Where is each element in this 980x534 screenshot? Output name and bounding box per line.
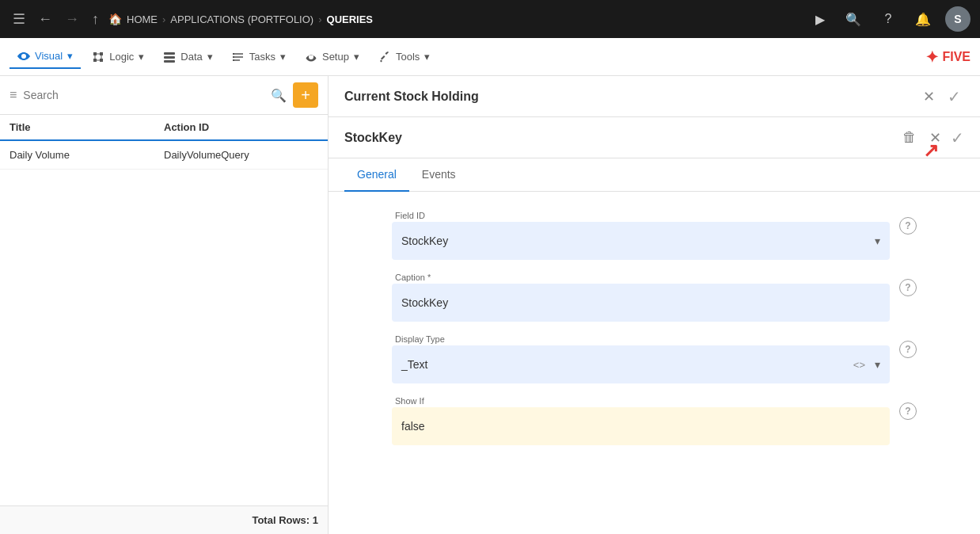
breadcrumb-applications[interactable]: APPLICATIONS (PORTFOLIO) xyxy=(170,13,313,25)
dropdown-arrow-icon[interactable]: ▾ xyxy=(875,235,880,247)
up-icon[interactable]: ↑ xyxy=(89,8,102,31)
help-nav-button[interactable]: ? xyxy=(876,6,901,32)
caption-row: Caption * StockKey ? xyxy=(392,273,917,322)
logo-star: ✦ xyxy=(925,48,939,67)
search-bar: ≡ 🔍 + xyxy=(0,76,328,115)
show-if-input[interactable]: false xyxy=(392,407,890,445)
search-input[interactable] xyxy=(23,86,264,105)
forward-icon: → xyxy=(62,8,82,31)
caption-label: Caption * xyxy=(392,273,890,282)
panel-close-button[interactable]: ✕ xyxy=(920,85,938,109)
play-button[interactable]: ▶ xyxy=(809,8,831,30)
display-type-help[interactable]: ? xyxy=(899,341,917,358)
show-if-container: Show If false xyxy=(392,396,890,445)
display-type-container: Display Type _Text <> ▾ xyxy=(392,334,890,383)
menu-icon[interactable]: ☰ xyxy=(9,7,28,31)
record-title: StockKey xyxy=(344,131,899,145)
field-id-help[interactable]: ? xyxy=(899,217,917,235)
display-type-dropdown[interactable]: <> ▾ xyxy=(853,358,880,371)
panel-header: Current Stock Holding ✕ ✓ xyxy=(329,76,980,117)
logic-dropdown[interactable]: ▾ xyxy=(139,51,144,63)
caption-input[interactable]: StockKey xyxy=(392,284,890,322)
tab-general[interactable]: General xyxy=(344,158,409,192)
show-if-field: Show If false ? xyxy=(392,396,917,445)
toolbar-tasks[interactable]: Tasks ▾ xyxy=(224,46,294,68)
toolbar-visual[interactable]: Visual ▾ xyxy=(9,45,81,69)
record-confirm-button[interactable]: ✓ xyxy=(951,128,964,147)
home-icon: 🏠 xyxy=(108,13,122,25)
eye-icon xyxy=(17,50,30,63)
display-type-input[interactable]: _Text <> ▾ xyxy=(392,345,890,383)
toolbar-tools[interactable]: Tools ▾ xyxy=(370,46,438,68)
col-action-header: Action ID xyxy=(164,121,318,133)
back-icon[interactable]: ← xyxy=(35,8,55,31)
notification-button[interactable]: 🔔 xyxy=(910,6,936,32)
left-panel: ≡ 🔍 + Title Action ID Daily Volume Daily… xyxy=(0,76,329,534)
table-row[interactable]: Daily Volume DailyVolumeQuery xyxy=(0,141,328,170)
data-label: Data xyxy=(180,51,202,63)
sep1: › xyxy=(162,13,165,25)
code-icon[interactable]: <> xyxy=(853,359,865,371)
record-close-button[interactable]: ✕ xyxy=(926,126,944,150)
right-panel: Current Stock Holding ✕ ✓ StockKey 🗑 ✕ ✓… xyxy=(329,76,980,534)
logo-text: FIVE xyxy=(942,50,971,64)
search-input-wrap xyxy=(23,86,264,105)
delete-button[interactable]: 🗑 xyxy=(899,126,920,149)
toolbar-data[interactable]: Data ▾ xyxy=(155,46,220,68)
toolbar: Visual ▾ Logic ▾ Data ▾ Tasks ▾ Setup ▾ xyxy=(0,38,980,76)
toolbar-logic[interactable]: Logic ▾ xyxy=(84,46,152,68)
visual-dropdown[interactable]: ▾ xyxy=(67,50,73,62)
avatar[interactable]: S xyxy=(945,6,971,32)
add-button[interactable]: + xyxy=(293,82,318,108)
display-type-value: _Text xyxy=(401,358,853,371)
display-type-label: Display Type xyxy=(392,334,890,344)
visual-label: Visual xyxy=(35,50,63,62)
tab-events[interactable]: Events xyxy=(409,158,469,192)
show-if-help[interactable]: ? xyxy=(899,402,917,420)
search-button[interactable]: 🔍 xyxy=(271,88,287,103)
svg-rect-2 xyxy=(164,60,175,63)
display-type-field: Display Type _Text <> ▾ ? xyxy=(392,334,917,383)
display-type-arrow-icon[interactable]: ▾ xyxy=(875,358,880,371)
display-type-row: Display Type _Text <> ▾ ? xyxy=(392,334,917,383)
data-icon xyxy=(163,51,176,63)
breadcrumb-home[interactable]: HOME xyxy=(127,13,158,25)
show-if-value: false xyxy=(401,420,880,433)
svg-rect-0 xyxy=(164,52,175,55)
logic-label: Logic xyxy=(109,51,134,63)
row-action-id: DailyVolumeQuery xyxy=(164,149,318,161)
search-nav-button[interactable]: 🔍 xyxy=(841,6,866,32)
tasks-dropdown[interactable]: ▾ xyxy=(280,51,286,63)
tabs-bar: General Events xyxy=(329,158,980,192)
tools-dropdown[interactable]: ▾ xyxy=(424,51,430,63)
caption-container: Caption * StockKey xyxy=(392,273,890,322)
five-logo: ✦ FIVE xyxy=(925,48,971,67)
data-dropdown[interactable]: ▾ xyxy=(207,51,213,63)
record-actions: 🗑 ✕ ✓ xyxy=(899,126,964,150)
show-if-row: Show If false ? xyxy=(392,396,917,445)
tasks-icon xyxy=(232,51,245,63)
toolbar-setup[interactable]: Setup ▾ xyxy=(297,46,367,68)
row-title: Daily Volume xyxy=(9,149,164,161)
top-nav: ☰ ← → ↑ 🏠 HOME › APPLICATIONS (PORTFOLIO… xyxy=(0,0,980,38)
field-id-dropdown[interactable]: ▾ xyxy=(875,235,880,247)
svg-rect-1 xyxy=(164,56,175,59)
caption-help[interactable]: ? xyxy=(899,279,917,296)
panel-title: Current Stock Holding xyxy=(344,90,920,104)
field-id-input[interactable]: StockKey ▾ xyxy=(392,222,890,260)
nav-right: ▶ 🔍 ? 🔔 S xyxy=(809,6,971,32)
total-rows: Total Rows: 1 xyxy=(0,505,328,534)
field-id-value: StockKey xyxy=(401,235,875,247)
table-header: Title Action ID xyxy=(0,115,328,141)
main-layout: ≡ 🔍 + Title Action ID Daily Volume Daily… xyxy=(0,76,980,534)
filter-icon[interactable]: ≡ xyxy=(9,88,17,102)
record-header: StockKey 🗑 ✕ ✓ ↗ xyxy=(329,117,980,158)
field-id-field: Field ID StockKey ▾ ? xyxy=(392,211,917,260)
sep2: › xyxy=(318,13,321,25)
tools-label: Tools xyxy=(396,51,420,63)
header-actions: ✕ ✓ xyxy=(920,84,964,109)
breadcrumb-queries[interactable]: QUERIES xyxy=(327,13,374,25)
tools-icon xyxy=(378,51,391,63)
setup-dropdown[interactable]: ▾ xyxy=(354,51,359,63)
panel-confirm-button[interactable]: ✓ xyxy=(944,84,964,109)
